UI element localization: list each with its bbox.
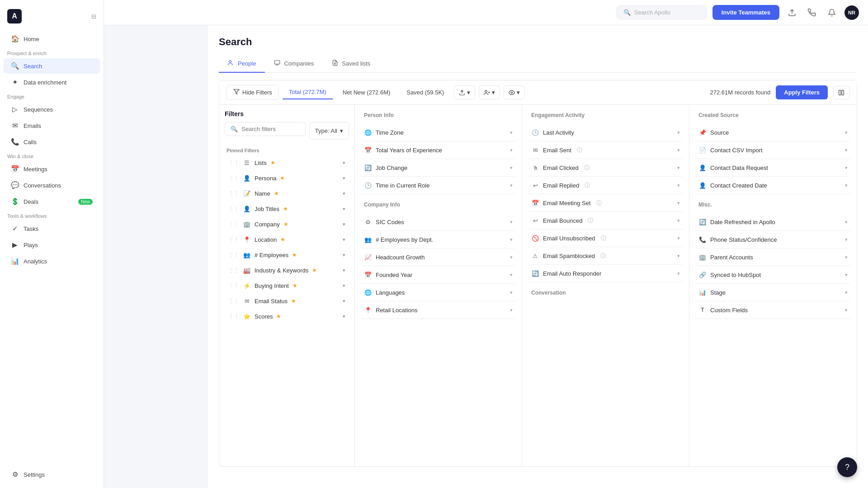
avatar[interactable]: NR (844, 5, 859, 20)
filter-row-time-in-role[interactable]: 🕒 Time in Current Role ▾ (360, 177, 516, 194)
filter-row-email-sent[interactable]: ✉ Email Sent ⓘ ▾ (528, 141, 684, 159)
pin-icon: ★ (280, 236, 285, 243)
tab-saved-lists[interactable]: Saved lists (323, 55, 379, 73)
filter-row-time-zone[interactable]: 🌐 Time Zone ▾ (360, 124, 516, 141)
filter-label: Total Years of Experience (376, 147, 442, 154)
filter-label: Phone Status/Confidence (710, 236, 777, 243)
filter-row-source[interactable]: 📌 Source ▾ (695, 124, 851, 141)
filter-row-email-unsubscribed[interactable]: 🚫 Email Unsubscribed ⓘ ▾ (528, 230, 684, 247)
filter-row-contact-created-date[interactable]: 👤 Contact Created Date ▾ (695, 177, 851, 194)
pin-icon: ★ (280, 175, 285, 181)
filter-row-date-refreshed[interactable]: 🔄 Date Refreshed in Apollo ▾ (695, 213, 851, 231)
hide-filters-button[interactable]: Hide Filters (226, 85, 279, 100)
filter-row-email-replied[interactable]: ↩ Email Replied ⓘ ▾ (528, 177, 684, 194)
search-icon: 🔍 (11, 62, 19, 70)
filter-item-persona[interactable]: ⋮⋮ 👤 Persona ★ ▾ (225, 170, 349, 186)
type-filter-dropdown[interactable]: Type: All ▾ (309, 122, 349, 140)
sidebar-item-emails[interactable]: ✉ Emails (4, 118, 100, 133)
filter-row-sic-codes[interactable]: ⚙ SIC Codes ▾ (360, 213, 516, 231)
filter-row-stage[interactable]: 📊 Stage ▾ (695, 284, 851, 301)
filter-row-job-change[interactable]: 🔄 Job Change ▾ (360, 159, 516, 177)
export-icon[interactable] (785, 5, 799, 20)
sidebar-item-settings[interactable]: ⚙ Settings (4, 467, 100, 482)
sidebar-item-search[interactable]: 🔍 Search (4, 58, 100, 74)
export-button[interactable]: ▾ (454, 85, 475, 99)
stage-icon: 📊 (698, 288, 707, 296)
filter-item-location[interactable]: ⋮⋮ 📍 Location ★ ▾ (225, 232, 349, 247)
sidebar-item-conversations[interactable]: 💬 Conversations (4, 178, 100, 193)
bell-icon[interactable] (825, 5, 839, 20)
filter-row-last-activity[interactable]: 🕒 Last Activity ▾ (528, 124, 684, 141)
filter-row-contact-data-request[interactable]: 👤 Contact Data Request ▾ (695, 159, 851, 177)
filter-item-industry-keywords[interactable]: ⋮⋮ 🏭 Industry & Keywords ★ ▾ (225, 263, 349, 278)
filter-label: Date Refreshed in Apollo (710, 219, 775, 225)
page-title: Search (219, 36, 857, 48)
headcount-growth-icon: 📈 (364, 253, 372, 261)
filter-item-job-titles[interactable]: ⋮⋮ 👤 Job Titles ★ ▾ (225, 201, 349, 216)
filter-row-email-clicked[interactable]: 🖱 Email Clicked ⓘ ▾ (528, 159, 684, 177)
filter-item-lists[interactable]: ⋮⋮ ☰ Lists ★ ▾ (225, 155, 349, 170)
tab-companies[interactable]: Companies (265, 55, 323, 73)
view-options-button[interactable]: ▾ (504, 85, 525, 99)
invite-teammates-button[interactable]: Invite Teammates (712, 5, 779, 20)
filter-row-employees-by-dept[interactable]: 👥 # Employees by Dept. ▾ (360, 231, 516, 249)
filter-item-num-employees[interactable]: ⋮⋮ 👥 # Employees ★ ▾ (225, 247, 349, 263)
info-icon: ⓘ (601, 235, 606, 242)
saved-tab-button[interactable]: Saved (59.5K) (400, 86, 450, 99)
filter-row-retail-locations[interactable]: 📍 Retail Locations ▾ (360, 301, 516, 319)
meetings-icon: 📅 (11, 165, 19, 173)
global-search[interactable]: 🔍 Search Apollo (617, 5, 707, 19)
net-new-tab-button[interactable]: Net New (272.6M) (336, 86, 396, 99)
sidebar-item-sequences[interactable]: ▷ Sequences (4, 102, 100, 117)
filter-row-contact-csv-import[interactable]: 📄 Contact CSV Import ▾ (695, 141, 851, 159)
companies-tab-icon (274, 60, 280, 67)
filter-row-email-bounced[interactable]: ↩ Email Bounced ⓘ ▾ (528, 212, 684, 230)
sidebar-item-tasks[interactable]: ✓ Tasks (4, 221, 100, 236)
tab-people[interactable]: People (219, 55, 265, 73)
apply-filters-button[interactable]: Apply Filters (776, 85, 828, 99)
filter-row-founded-year[interactable]: 📅 Founded Year ▾ (360, 266, 516, 284)
sidebar-item-label: Meetings (24, 166, 47, 173)
sidebar-item-meetings[interactable]: 📅 Meetings (4, 161, 100, 177)
filter-label: Email Sent (543, 147, 571, 154)
chevron-down-icon: ▾ (845, 165, 848, 171)
settings-icon: ⚙ (11, 470, 19, 479)
chevron-down-icon: ▾ (845, 147, 848, 153)
sidebar-item-plays[interactable]: ▶ Plays (4, 237, 100, 253)
pin-icon: ★ (283, 206, 288, 212)
filter-label: # Employees (255, 252, 288, 258)
phone-icon[interactable] (805, 5, 819, 20)
filter-row-headcount-growth[interactable]: 📈 Headcount Growth ▾ (360, 249, 516, 266)
filter-item-email-status[interactable]: ⋮⋮ ✉ Email Status ★ ▾ (225, 293, 349, 309)
filter-item-scores[interactable]: ⋮⋮ ⭐ Scores ★ ▾ (225, 309, 349, 324)
filter-label: Lists (255, 160, 267, 166)
sidebar-item-calls[interactable]: 📞 Calls (4, 134, 100, 150)
filter-row-languages[interactable]: 🌐 Languages ▾ (360, 284, 516, 301)
sidebar-item-data-enrichment[interactable]: ✦ Data enrichment (4, 75, 100, 90)
sidebar-item-deals[interactable]: 💲 Deals New (4, 194, 100, 209)
columns-button[interactable] (833, 86, 849, 99)
sidebar-collapse-button[interactable]: ⊟ (91, 13, 96, 20)
filter-item-name[interactable]: ⋮⋮ 📝 Name ★ ▾ (225, 186, 349, 201)
filter-item-company[interactable]: ⋮⋮ 🏢 Company ★ ▾ (225, 216, 349, 232)
filter-search-input[interactable] (241, 126, 300, 132)
filter-row-email-auto-responder[interactable]: 🔄 Email Auto Responder ▾ (528, 265, 684, 282)
filter-row-email-meeting-set[interactable]: 📅 Email Meeting Set ⓘ ▾ (528, 194, 684, 212)
pinned-filters-panel: Filters 🔍 Type: All ▾ Pinned Filters (219, 105, 355, 466)
sidebar-item-analytics[interactable]: 📊 Analytics (4, 253, 100, 269)
total-tab-button[interactable]: Total (272.7M) (283, 85, 333, 99)
filter-row-synced-to-hubspot[interactable]: 🔗 Synced to HubSpot ▾ (695, 266, 851, 284)
filter-row-parent-accounts[interactable]: 🏢 Parent Accounts ▾ (695, 249, 851, 266)
filter-item-buying-intent[interactable]: ⋮⋮ ⚡ Buying Intent ★ ▾ (225, 278, 349, 293)
filter-row-phone-status[interactable]: 📞 Phone Status/Confidence ▾ (695, 231, 851, 249)
svg-rect-2 (839, 90, 841, 95)
filter-row-total-years-experience[interactable]: 📅 Total Years of Experience ▾ (360, 141, 516, 159)
filter-label: Email Auto Responder (543, 270, 601, 277)
help-button[interactable]: ? (837, 457, 857, 477)
add-contact-button[interactable]: ▾ (479, 85, 500, 99)
filter-row-email-spamblocked[interactable]: ⚠ Email Spamblocked ⓘ ▾ (528, 247, 684, 265)
sidebar-item-home[interactable]: 🏠 Home (4, 31, 100, 47)
filter-row-custom-fields[interactable]: T Custom Fields ▾ (695, 301, 851, 319)
phone-status-icon: 📞 (698, 235, 707, 244)
filter-search-box[interactable]: 🔍 (225, 122, 306, 136)
